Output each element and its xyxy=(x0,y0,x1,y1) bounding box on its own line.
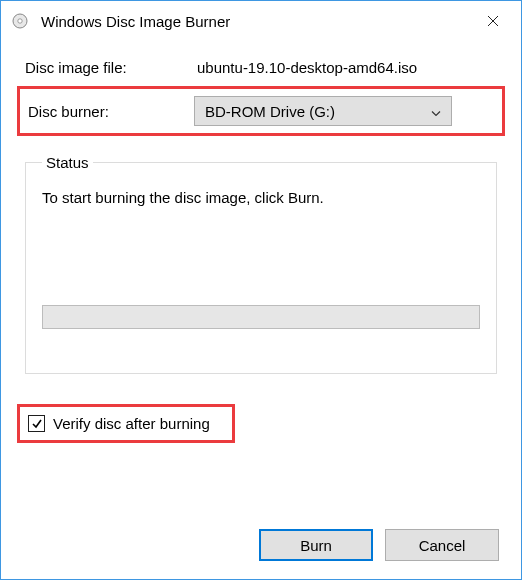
titlebar: Windows Disc Image Burner xyxy=(1,1,521,41)
dialog-button-row: Burn Cancel xyxy=(259,529,499,561)
verify-checkbox[interactable] xyxy=(28,415,45,432)
disc-image-file-label: Disc image file: xyxy=(25,59,197,76)
disc-burner-label: Disc burner: xyxy=(28,103,194,120)
progress-bar xyxy=(42,305,480,329)
status-legend: Status xyxy=(42,154,93,171)
disc-burner-highlight: Disc burner: BD-ROM Drive (G:) xyxy=(17,86,505,136)
dialog-content: Disc image file: ubuntu-19.10-desktop-am… xyxy=(1,41,521,443)
status-text: To start burning the disc image, click B… xyxy=(42,189,480,206)
svg-point-1 xyxy=(18,19,22,23)
status-group: Status To start burning the disc image, … xyxy=(25,154,497,374)
verify-highlight: Verify disc after burning xyxy=(17,404,235,443)
chevron-down-icon xyxy=(431,103,441,120)
verify-checkbox-label: Verify disc after burning xyxy=(53,415,210,432)
disc-burner-selected-value: BD-ROM Drive (G:) xyxy=(205,103,335,120)
close-button[interactable] xyxy=(465,1,521,41)
burn-button[interactable]: Burn xyxy=(259,529,373,561)
disc-image-file-row: Disc image file: ubuntu-19.10-desktop-am… xyxy=(25,59,497,76)
disc-burner-select[interactable]: BD-ROM Drive (G:) xyxy=(194,96,452,126)
app-icon xyxy=(11,12,29,30)
window-title: Windows Disc Image Burner xyxy=(41,13,230,30)
verify-checkbox-row[interactable]: Verify disc after burning xyxy=(28,415,210,432)
cancel-button[interactable]: Cancel xyxy=(385,529,499,561)
disc-image-file-value: ubuntu-19.10-desktop-amd64.iso xyxy=(197,59,497,76)
